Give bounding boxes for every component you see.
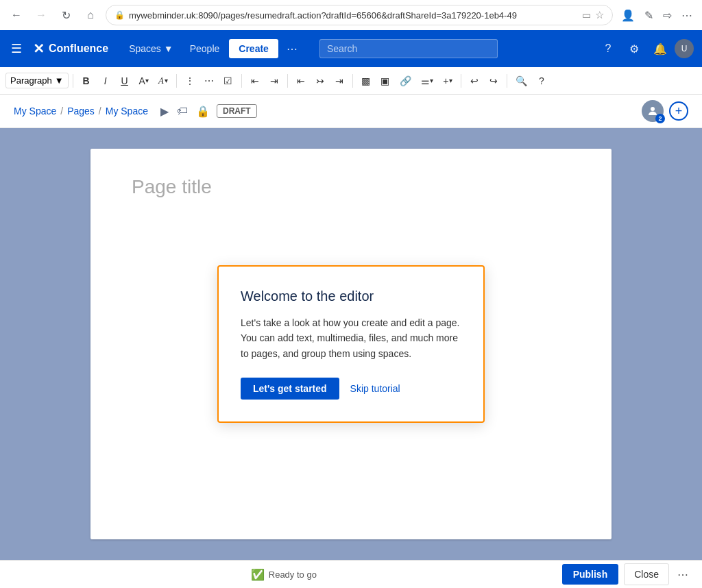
nav-search[interactable] bbox=[319, 39, 498, 58]
modal-title: Welcome to the editor bbox=[241, 289, 461, 304]
paragraph-select[interactable]: Paragraph ▼ bbox=[5, 73, 69, 88]
toolbar-separator-7 bbox=[507, 74, 507, 88]
italic-button[interactable]: I bbox=[97, 72, 114, 90]
bookmark-icon[interactable]: ☆ bbox=[595, 9, 604, 21]
toolbar-separator-2 bbox=[176, 74, 177, 88]
breadcrumb-sep-2: / bbox=[99, 106, 101, 117]
breadcrumb-current-link[interactable]: My Space bbox=[106, 106, 148, 117]
underline-button[interactable]: U bbox=[116, 72, 134, 90]
address-bar[interactable]: 🔒 ▭ ☆ bbox=[106, 5, 613, 25]
status-more-button[interactable]: ⋯ bbox=[675, 565, 691, 584]
lets-get-started-button[interactable]: Let's get started bbox=[241, 378, 339, 400]
notifications-button[interactable]: 🔔 bbox=[649, 37, 672, 60]
help-toolbar-button[interactable]: ? bbox=[533, 72, 550, 90]
ready-check-icon: ✅ bbox=[251, 568, 265, 581]
editor-toolbar: Paragraph ▼ B I U A▾ 𝐴▾ ⋮ ⋯ ☑ ⇤ ⇥ ⇤ ↣ ⇥ … bbox=[0, 67, 702, 95]
indent-button[interactable]: ⇥ bbox=[265, 72, 283, 90]
profile-icon[interactable]: 👤 bbox=[618, 6, 638, 25]
font-color-button[interactable]: A▾ bbox=[135, 72, 153, 90]
modal-actions: Let's get started Skip tutorial bbox=[241, 378, 461, 400]
add-content-button[interactable]: + bbox=[669, 101, 688, 121]
menu-icon[interactable]: ⋯ bbox=[679, 6, 695, 25]
editor-content-area: Page title Welcome to the editor Let's t… bbox=[0, 128, 702, 560]
help-button[interactable]: ? bbox=[596, 37, 620, 60]
welcome-modal: Welcome to the editor Let's take a look … bbox=[217, 265, 485, 423]
svg-point-0 bbox=[651, 107, 655, 111]
toolbar-separator-1 bbox=[73, 74, 73, 88]
redo-button[interactable]: ↪ bbox=[485, 72, 503, 90]
confluence-logo-text: Confluence bbox=[49, 42, 108, 55]
search-toolbar-button[interactable]: 🔍 bbox=[511, 72, 531, 90]
hamburger-menu[interactable]: ☰ bbox=[8, 38, 25, 59]
copy-link-icon[interactable]: ▶ bbox=[159, 103, 170, 119]
forward-button[interactable]: → bbox=[32, 5, 51, 25]
undo-button[interactable]: ↩ bbox=[465, 72, 483, 90]
link-button[interactable]: 🔗 bbox=[396, 72, 415, 90]
modal-body: Let's take a look at how you create and … bbox=[241, 315, 461, 361]
outdent-button[interactable]: ⇤ bbox=[246, 72, 264, 90]
secure-icon: 🔒 bbox=[114, 10, 125, 20]
browser-chrome: ← → ↻ ⌂ 🔒 ▭ ☆ 👤 ✎ ⇨ ⋯ bbox=[0, 0, 702, 30]
browser-toolbar: ← → ↻ ⌂ 🔒 ▭ ☆ 👤 ✎ ⇨ ⋯ bbox=[0, 0, 702, 30]
ready-label: Ready to go bbox=[269, 569, 317, 580]
ready-status: ✅ Ready to go bbox=[251, 568, 317, 581]
confluence-logo-icon: ✕ bbox=[33, 40, 45, 57]
share-icon[interactable]: ⇨ bbox=[660, 6, 675, 25]
extension-icon[interactable]: ✎ bbox=[642, 6, 656, 25]
align-right-button[interactable]: ⇥ bbox=[330, 72, 348, 90]
media-button[interactable]: ▣ bbox=[376, 72, 394, 90]
breadcrumb-pages-link[interactable]: Pages bbox=[67, 106, 95, 117]
user-avatar[interactable]: U bbox=[675, 39, 694, 58]
breadcrumb-row: My Space / Pages / My Space ▶ 🏷 🔒 DRAFT … bbox=[0, 95, 702, 128]
search-input[interactable] bbox=[319, 39, 498, 58]
avatar-group[interactable]: 2 bbox=[642, 100, 664, 122]
breadcrumb-space-link[interactable]: My Space bbox=[14, 106, 56, 117]
spaces-chevron: ▼ bbox=[164, 43, 173, 54]
numbered-list-button[interactable]: ⋯ bbox=[200, 72, 218, 90]
bullet-list-button[interactable]: ⋮ bbox=[181, 72, 199, 90]
url-input[interactable] bbox=[129, 10, 578, 21]
close-button[interactable]: Close bbox=[624, 563, 669, 585]
breadcrumb-sep-1: / bbox=[60, 106, 63, 117]
home-button[interactable]: ⌂ bbox=[81, 5, 100, 25]
back-button[interactable]: ← bbox=[7, 5, 26, 25]
restrict-icon[interactable]: 🔒 bbox=[195, 103, 211, 119]
bold-button[interactable]: B bbox=[77, 72, 95, 90]
breadcrumb: My Space / Pages / My Space bbox=[14, 106, 148, 117]
nav-spaces[interactable]: Spaces ▼ bbox=[122, 39, 180, 58]
nav-items: Spaces ▼ People Create ⋯ bbox=[122, 38, 303, 60]
modal-overlay: Welcome to the editor Let's take a look … bbox=[0, 128, 702, 560]
create-button[interactable]: Create bbox=[229, 39, 278, 58]
toolbar-separator-4 bbox=[287, 74, 288, 88]
draft-badge: DRAFT bbox=[217, 104, 257, 118]
tab-icon: ▭ bbox=[582, 10, 591, 21]
avatar-count-badge: 2 bbox=[655, 114, 665, 123]
browser-action-icons: 👤 ✎ ⇨ ⋯ bbox=[618, 6, 695, 25]
toolbar-separator-5 bbox=[352, 74, 353, 88]
publish-button[interactable]: Publish bbox=[562, 564, 619, 585]
toolbar-separator-6 bbox=[461, 74, 461, 88]
nav-right-icons: ? ⚙ 🔔 U bbox=[596, 37, 694, 60]
confluence-logo[interactable]: ✕ Confluence bbox=[33, 40, 108, 57]
layout-button[interactable]: ▩ bbox=[357, 72, 375, 90]
breadcrumb-icons: ▶ 🏷 🔒 DRAFT bbox=[159, 103, 257, 119]
paragraph-chevron: ▼ bbox=[55, 75, 64, 86]
table-button[interactable]: ⚌▾ bbox=[417, 72, 437, 90]
labels-icon[interactable]: 🏷 bbox=[176, 103, 189, 119]
skip-tutorial-button[interactable]: Skip tutorial bbox=[350, 383, 400, 394]
editor-main: My Space / Pages / My Space ▶ 🏷 🔒 DRAFT … bbox=[0, 95, 702, 560]
align-center-button[interactable]: ↣ bbox=[311, 72, 329, 90]
toolbar-separator-3 bbox=[241, 74, 242, 88]
task-list-button[interactable]: ☑ bbox=[219, 72, 237, 90]
font-style-button[interactable]: 𝐴▾ bbox=[154, 72, 172, 90]
settings-button[interactable]: ⚙ bbox=[622, 37, 646, 60]
reload-button[interactable]: ↻ bbox=[56, 5, 75, 25]
align-left-button[interactable]: ⇤ bbox=[292, 72, 310, 90]
confluence-navbar: ☰ ✕ Confluence Spaces ▼ People Create ⋯ … bbox=[0, 30, 702, 67]
breadcrumb-right: 2 + bbox=[642, 100, 688, 122]
nav-more-button[interactable]: ⋯ bbox=[281, 38, 303, 60]
insert-button[interactable]: +▾ bbox=[439, 72, 457, 90]
nav-people[interactable]: People bbox=[183, 39, 227, 58]
status-bar: ✅ Ready to go Publish Close ⋯ bbox=[0, 560, 702, 588]
